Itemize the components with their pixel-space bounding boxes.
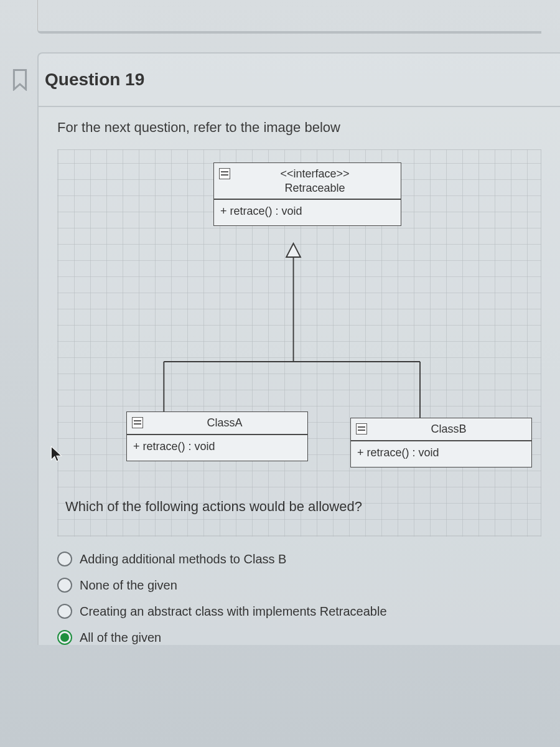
radio-icon[interactable] — [57, 630, 72, 645]
option-label: All of the given — [80, 631, 161, 645]
uml-interface-box: <<interface>> Retraceable + retrace() : … — [213, 162, 401, 226]
question-header: Question 19 — [39, 54, 560, 107]
uml-interface-header: <<interface>> Retraceable — [214, 163, 401, 200]
option-3[interactable]: Creating an abstract class with implemen… — [57, 604, 541, 619]
uml-diagram: <<interface>> Retraceable + retrace() : … — [57, 149, 541, 537]
uml-classA-box: ClassA + retrace() : void — [126, 411, 308, 461]
uml-classB-operation: + retrace() : void — [351, 441, 531, 467]
radio-icon[interactable] — [57, 578, 72, 593]
uml-classA-title: ClassA — [147, 416, 302, 430]
previous-card-edge — [37, 0, 541, 34]
uml-classA-operation: + retrace() : void — [127, 435, 307, 461]
question-title: Question 19 — [45, 70, 144, 90]
svg-marker-0 — [286, 243, 301, 257]
option-4[interactable]: All of the given — [57, 630, 541, 645]
bookmark-icon[interactable] — [6, 66, 34, 93]
question-text: Which of the following actions would be … — [65, 499, 533, 515]
uml-classB-title: ClassB — [371, 422, 526, 436]
uml-interface-name: <<interface>> Retraceable — [234, 167, 396, 195]
question-card: Question 19 For the next question, refer… — [37, 52, 560, 645]
list-icon — [132, 417, 143, 428]
option-1[interactable]: Adding additional methods to Class B — [57, 552, 541, 566]
question-body: For the next question, refer to the imag… — [39, 107, 560, 645]
radio-icon[interactable] — [57, 552, 72, 566]
list-icon — [219, 168, 230, 179]
uml-interface-title: Retraceable — [284, 182, 345, 194]
uml-classA-header: ClassA — [127, 412, 307, 435]
radio-icon[interactable] — [57, 604, 72, 619]
option-label: Adding additional methods to Class B — [80, 552, 286, 566]
option-2[interactable]: None of the given — [57, 578, 541, 593]
uml-classB-box: ClassB + retrace() : void — [350, 418, 532, 467]
uml-interface-operation: + retrace() : void — [214, 200, 401, 225]
list-icon — [356, 423, 367, 435]
uml-classB-header: ClassB — [351, 418, 531, 441]
answer-options: Adding additional methods to Class B Non… — [57, 537, 541, 645]
instruction-text: For the next question, refer to the imag… — [57, 120, 541, 136]
option-label: Creating an abstract class with implemen… — [80, 604, 387, 619]
uml-stereotype: <<interface>> — [280, 167, 349, 180]
option-label: None of the given — [80, 578, 177, 593]
